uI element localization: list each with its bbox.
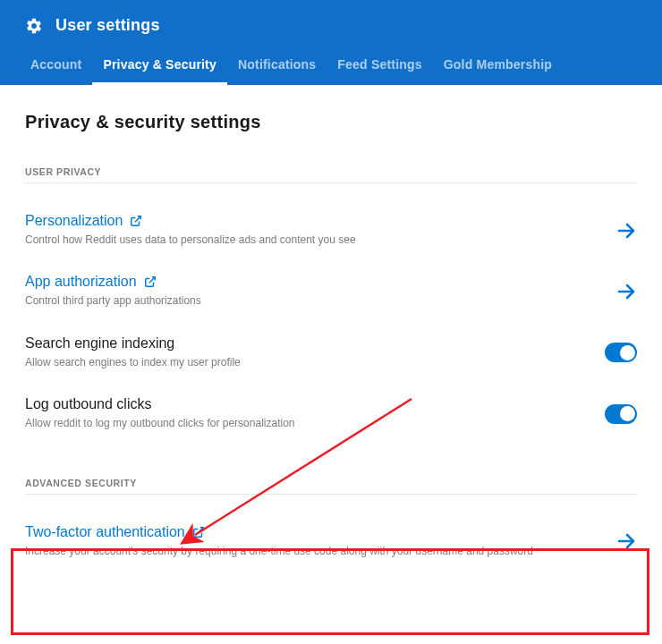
- tab-feed-settings[interactable]: Feed Settings: [327, 46, 432, 85]
- external-link-icon: [144, 275, 157, 288]
- setting-title-two-factor-authentication[interactable]: Two-factor authentication: [25, 524, 598, 540]
- toggle-log-outbound-clicks[interactable]: [605, 404, 637, 424]
- page-title: Privacy & security settings: [25, 112, 637, 132]
- setting-desc: Allow reddit to log my outbound clicks f…: [25, 416, 587, 431]
- setting-title-search-engine-indexing: Search engine indexing: [25, 335, 587, 352]
- svg-line-4: [198, 527, 203, 532]
- setting-title-personalization[interactable]: Personalization: [25, 213, 598, 229]
- setting-title-label: App authorization: [25, 274, 137, 290]
- setting-title-app-authorization[interactable]: App authorization: [25, 274, 598, 290]
- section-header-user-privacy: USER PRIVACY: [25, 166, 637, 183]
- external-link-icon: [192, 526, 205, 538]
- advanced-security-section: ADVANCED SECURITY Two-factor authenticat…: [25, 478, 637, 573]
- setting-title-label: Personalization: [25, 213, 123, 229]
- arrow-right-icon[interactable]: [615, 281, 637, 302]
- tab-gold-membership[interactable]: Gold Membership: [433, 46, 563, 85]
- setting-title-label: Two-factor authentication: [25, 524, 185, 540]
- header-title-row: User settings: [0, 0, 662, 46]
- tab-account[interactable]: Account: [20, 46, 92, 85]
- setting-search-engine-indexing: Search engine indexing Allow search engi…: [25, 324, 637, 385]
- external-link-icon: [130, 215, 142, 227]
- setting-log-outbound-clicks: Log outbound clicks Allow reddit to log …: [25, 385, 637, 445]
- toggle-search-engine-indexing[interactable]: [605, 343, 637, 362]
- setting-personalization[interactable]: Personalization Control how Reddit uses …: [25, 201, 637, 262]
- settings-header: User settings Account Privacy & Security…: [0, 0, 662, 85]
- setting-text: Personalization Control how Reddit uses …: [25, 213, 615, 248]
- svg-line-0: [135, 216, 140, 222]
- setting-title-label: Log outbound clicks: [25, 396, 151, 412]
- setting-desc: Increase your account's security by requ…: [25, 544, 598, 559]
- gear-icon: [25, 17, 43, 35]
- setting-app-authorization[interactable]: App authorization Control third party ap…: [25, 262, 637, 323]
- setting-title-label: Search engine indexing: [25, 335, 174, 352]
- setting-text: Search engine indexing Allow search engi…: [25, 335, 605, 370]
- setting-desc: Control third party app authorizations: [25, 293, 598, 309]
- setting-text: App authorization Control third party ap…: [25, 274, 615, 309]
- tab-privacy-security[interactable]: Privacy & Security: [92, 46, 227, 85]
- tab-notifications[interactable]: Notifications: [227, 46, 327, 85]
- setting-desc: Control how Reddit uses data to personal…: [25, 233, 598, 248]
- setting-text: Two-factor authentication Increase your …: [25, 524, 615, 559]
- settings-content: Privacy & security settings USER PRIVACY…: [0, 85, 662, 573]
- settings-tabs: Account Privacy & Security Notifications…: [0, 46, 662, 85]
- svg-line-2: [149, 277, 154, 283]
- section-header-advanced-security: ADVANCED SECURITY: [25, 478, 637, 495]
- setting-text: Log outbound clicks Allow reddit to log …: [25, 396, 605, 431]
- arrow-right-icon[interactable]: [615, 530, 637, 552]
- setting-desc: Allow search engines to index my user pr…: [25, 355, 587, 370]
- arrow-right-icon[interactable]: [615, 220, 637, 242]
- setting-title-log-outbound-clicks: Log outbound clicks: [25, 396, 587, 412]
- page-header-title: User settings: [55, 16, 160, 35]
- setting-two-factor-authentication[interactable]: Two-factor authentication Increase your …: [25, 513, 637, 573]
